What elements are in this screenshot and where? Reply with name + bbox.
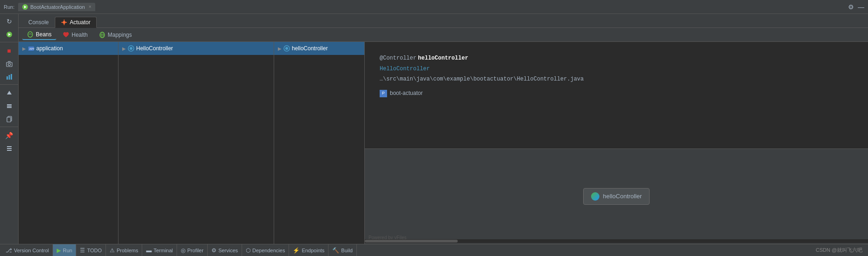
arrow-icon: ▶ — [22, 46, 26, 51]
status-right-text: CSDN @就叫飞六吧 — [812, 247, 866, 254]
version-control-label: Version Control — [14, 248, 49, 253]
terminal-label: Terminal — [153, 248, 173, 253]
title-bar-actions: ⚙ — — [848, 3, 864, 11]
graph-node-label: helloController — [603, 193, 642, 200]
svg-point-27 — [130, 47, 132, 50]
tab-mappings[interactable]: Mappings — [94, 30, 137, 40]
annotation-text: @Controller — [380, 55, 416, 61]
console-label: Console — [28, 19, 49, 26]
stop-button[interactable]: ■ — [3, 45, 16, 56]
status-todo[interactable]: ☰ TODO — [76, 244, 106, 256]
status-bar: ⎇ Version Control ▶ Run ☰ TODO ⚠ Problem… — [0, 244, 868, 256]
actuator-label: Actuator — [70, 19, 91, 26]
services-label: Services — [218, 248, 238, 253]
boot-icon — [22, 4, 28, 10]
dependencies-label: Dependencies — [252, 248, 285, 253]
detail-panel: @Controller helloController HelloControl… — [365, 42, 868, 244]
bean-icon — [283, 45, 290, 52]
top-tabs: Console Actuator — [19, 14, 868, 28]
title-bar: Run: BootActuatorApplication × ⚙ — — [0, 0, 868, 14]
graph-scrollbar[interactable] — [365, 239, 868, 243]
svg-point-3 — [8, 63, 10, 66]
svg-rect-2 — [7, 62, 12, 67]
controller-icon — [128, 45, 134, 52]
arrow-icon-3: ▶ — [278, 46, 282, 51]
svg-point-29 — [285, 47, 288, 50]
tab-console[interactable]: Console — [22, 17, 55, 28]
run-label: Run — [63, 248, 72, 253]
svg-rect-4 — [7, 76, 8, 80]
app-name: BootActuatorApplication — [30, 4, 85, 10]
svg-rect-7 — [7, 107, 12, 108]
tab-health[interactable]: Health — [58, 30, 92, 40]
camera-button[interactable] — [3, 58, 16, 69]
tab-beans[interactable]: Beans — [22, 30, 56, 40]
pin-button[interactable]: 📌 — [3, 130, 16, 141]
status-profiler[interactable]: ◎ Profiler — [177, 244, 208, 256]
secondary-tabs: Beans Health Mappings — [19, 28, 868, 42]
refresh-button[interactable]: ↻ — [3, 16, 16, 27]
main-layout: ↻ ■ 📌 — [0, 14, 868, 244]
problems-label: Problems — [117, 248, 138, 253]
rerun-button[interactable] — [3, 29, 16, 40]
svg-rect-11 — [7, 117, 11, 122]
status-dependencies[interactable]: ⬡ Dependencies — [242, 244, 289, 256]
todo-label: TODO — [87, 248, 102, 253]
status-terminal[interactable]: ▬ Terminal — [142, 244, 177, 256]
build-label: Build — [341, 248, 352, 253]
build-icon: 🔨 — [332, 247, 339, 254]
mappings-icon — [99, 32, 105, 38]
tree-panel-2: ▶ HelloController — [118, 42, 274, 244]
minimize-button[interactable]: — — [858, 3, 864, 11]
todo-icon: ☰ — [80, 247, 85, 254]
svg-text:APP: APP — [29, 47, 34, 50]
tree-item-hello-controller[interactable]: ▶ HelloController — [118, 42, 274, 55]
app-icon: APP — [28, 45, 34, 52]
health-icon — [63, 32, 69, 38]
chart-button[interactable] — [3, 71, 16, 82]
status-run[interactable]: ▶ Run — [53, 244, 76, 256]
path-text: …\src\main\java\com\example\bootactuator… — [380, 76, 584, 82]
status-services[interactable]: ⚙ Services — [208, 244, 242, 256]
profiler-icon: ◎ — [181, 247, 185, 254]
tree-item-application[interactable]: ▶ APP application — [19, 42, 118, 55]
graph-scrollbar-thumb — [365, 240, 458, 243]
status-endpoints[interactable]: ⚡ Endpoints — [289, 244, 329, 256]
project-icon: P — [380, 90, 387, 97]
list-button[interactable] — [3, 143, 16, 154]
toolbar-mid2 — [0, 86, 18, 127]
svg-rect-12 — [7, 146, 12, 147]
svg-rect-14 — [7, 150, 12, 151]
graph-node[interactable]: helloController — [583, 188, 650, 205]
tab-close-icon[interactable]: × — [89, 4, 92, 9]
run-tab[interactable]: BootActuatorApplication × — [18, 3, 95, 11]
toolbar-bottom: 📌 — [0, 128, 18, 154]
run-label: Run: — [4, 4, 14, 10]
arrow-up-button[interactable] — [3, 88, 16, 99]
svg-point-15 — [63, 21, 66, 24]
tree-item-hello-controller-bean[interactable]: ▶ helloController — [274, 42, 364, 55]
status-problems[interactable]: ⚠ Problems — [106, 244, 142, 256]
svg-point-20 — [28, 32, 33, 37]
toolbar-top: ↻ — [0, 16, 18, 42]
status-version-control[interactable]: ⎇ Version Control — [2, 244, 53, 256]
tab-actuator[interactable]: Actuator — [55, 17, 97, 28]
project-label: boot-actuator — [390, 88, 423, 99]
problems-icon: ⚠ — [110, 247, 115, 254]
app-label: application — [36, 45, 63, 52]
status-build[interactable]: 🔨 Build — [329, 244, 356, 256]
bean-label: helloController — [292, 45, 328, 52]
beans-icon — [27, 31, 33, 38]
settings-button[interactable]: ⚙ — [848, 3, 854, 11]
endpoints-icon: ⚡ — [293, 247, 300, 254]
profiler-label: Profiler — [187, 248, 204, 253]
detail-info: @Controller helloController HelloControl… — [372, 47, 861, 104]
layers-button[interactable] — [3, 101, 16, 112]
project-info: P boot-actuator — [380, 88, 853, 99]
graph-node-icon — [591, 192, 599, 201]
link-text[interactable]: HelloController — [380, 66, 430, 72]
svg-rect-13 — [7, 148, 12, 149]
svg-rect-9 — [7, 104, 12, 105]
detail-text-area: @Controller helloController HelloControl… — [365, 42, 868, 149]
copy-button[interactable] — [3, 114, 16, 125]
